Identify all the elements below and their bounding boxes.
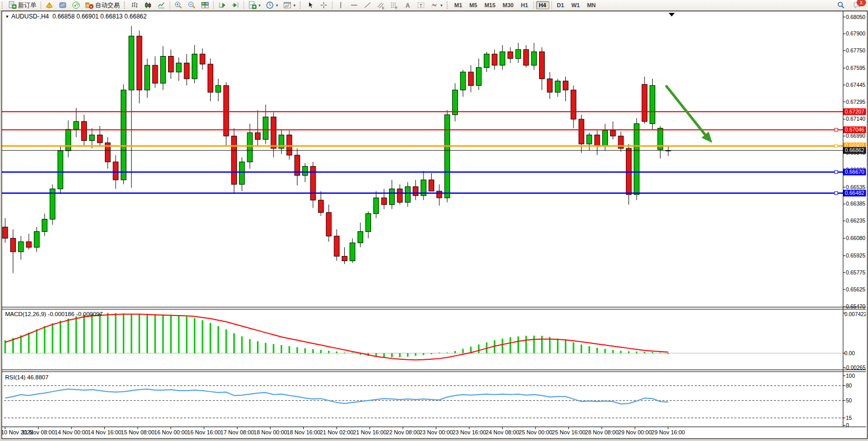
- line-chart-button[interactable]: [155, 0, 168, 10]
- zoom-out-button[interactable]: [186, 0, 198, 10]
- hline-handle[interactable]: [835, 171, 838, 174]
- vertical-line-button[interactable]: [335, 0, 347, 10]
- new-order-button[interactable]: 新订单: [6, 0, 39, 10]
- line-chart-icon: [157, 1, 165, 9]
- price-tick-label: 0.65625: [846, 286, 865, 292]
- templates-button[interactable]: ▾: [281, 0, 298, 10]
- equidistant-channel-button[interactable]: E: [375, 0, 387, 10]
- time-tick-label: 11 Nov 08:00: [22, 429, 55, 435]
- candle-body: [429, 180, 434, 191]
- fibo-icon: F: [390, 1, 398, 9]
- fibonacci-button[interactable]: F: [388, 0, 400, 10]
- signals-button[interactable]: [70, 0, 82, 10]
- cursor-button[interactable]: [304, 0, 317, 10]
- timeframe-h4-button[interactable]: H4: [536, 1, 549, 9]
- metaeditor-icon: [45, 1, 53, 9]
- timeframe-m1-button[interactable]: M1: [451, 1, 465, 9]
- time-tick-label: 14 Nov 00:00: [54, 429, 88, 435]
- price-badge-label: 0.67046: [845, 126, 864, 133]
- hline-handle[interactable]: [835, 192, 838, 195]
- candle-body: [595, 135, 600, 146]
- horizontal-line-button[interactable]: [348, 0, 360, 10]
- candle-body: [397, 189, 402, 202]
- toolbar-separator: [332, 1, 333, 9]
- candle-body: [58, 151, 63, 189]
- macd-tick-label: 0.00: [844, 350, 855, 356]
- mt4-window: 新订单自动交易▾▾▾EFAT▾M1M5M15M30H1H4D1W1MN1 0.6…: [0, 0, 868, 441]
- vline-icon: [337, 1, 345, 9]
- market-watch-button[interactable]: [57, 0, 69, 10]
- candle-chart-button[interactable]: [142, 0, 154, 10]
- candle-body: [587, 135, 592, 144]
- toolbar-grip[interactable]: [124, 2, 126, 9]
- text-label-button[interactable]: T: [415, 0, 427, 10]
- timeframe-mn-button[interactable]: MN: [584, 1, 599, 9]
- toolbar-separator: [213, 1, 214, 9]
- trend-arrow-annotation[interactable]: [667, 86, 712, 143]
- timeframe-m15-button[interactable]: M15: [482, 1, 498, 9]
- toolbar-grip[interactable]: [2, 2, 4, 9]
- chevron-down-icon: ▾: [293, 3, 296, 8]
- bar-chart-button[interactable]: [128, 0, 141, 10]
- notification-badge: 1: [857, 0, 866, 6]
- candle-body: [113, 162, 118, 180]
- timeframe-d1-button[interactable]: D1: [554, 1, 567, 9]
- timeframe-h1-button[interactable]: H1: [518, 1, 531, 9]
- search-button[interactable]: [835, 0, 847, 10]
- candle-body: [571, 90, 576, 119]
- metaeditor-button[interactable]: [43, 0, 56, 10]
- candle-body: [184, 63, 189, 79]
- price-tick-label: 0.66535: [846, 184, 865, 190]
- time-tick-label: 23 Nov 00:00: [419, 429, 453, 435]
- text-button[interactable]: A: [401, 0, 414, 10]
- arrows-button[interactable]: ▾: [428, 0, 445, 10]
- chart-window: 0.680500.679000.677500.675950.674450.672…: [2, 11, 867, 439]
- bar-chart-icon: [131, 1, 139, 9]
- toolbar-grip[interactable]: [300, 2, 302, 9]
- candle-body: [144, 65, 150, 90]
- price-chart[interactable]: 0.680500.679000.677500.675950.674450.672…: [2, 11, 866, 437]
- zoom-in-button[interactable]: [172, 0, 184, 10]
- price-tick-label: 0.66385: [846, 200, 865, 207]
- candle-body: [303, 167, 308, 175]
- price-tick-label: 0.68050: [846, 14, 865, 20]
- candle-body: [358, 232, 363, 243]
- shapes-icon: [430, 1, 438, 9]
- rsi-tick-label: 100: [846, 373, 855, 379]
- candle-body: [453, 90, 458, 115]
- candle-body: [413, 187, 418, 195]
- candle-body: [563, 81, 568, 90]
- hline-handle[interactable]: [835, 144, 838, 148]
- chart-shift-button[interactable]: [229, 0, 242, 10]
- timeframe-m30-button[interactable]: M30: [500, 1, 516, 9]
- timeframe-m5-button[interactable]: M5: [466, 1, 480, 9]
- candle-body: [468, 72, 473, 85]
- periods-button[interactable]: ▾: [264, 0, 280, 10]
- rsi-tick-label: 50: [846, 397, 852, 403]
- candle-body: [515, 49, 521, 58]
- candle-body: [381, 198, 386, 205]
- candle-body: [374, 198, 379, 214]
- toolbar-separator: [41, 1, 41, 9]
- chart-shift-marker[interactable]: [669, 13, 675, 16]
- tile-windows-button[interactable]: [199, 0, 211, 10]
- indicators-button[interactable]: ▾: [246, 0, 263, 10]
- price-tick-label: 0.65470: [846, 303, 865, 309]
- crosshair-button[interactable]: [318, 0, 330, 10]
- candle-body: [326, 212, 331, 236]
- candle-body: [539, 52, 544, 79]
- signals-icon: [72, 1, 80, 9]
- candle-body: [129, 36, 134, 90]
- autotrading-button[interactable]: 自动交易: [83, 0, 122, 10]
- notifications-button[interactable]: 1: [851, 0, 863, 10]
- candle-body: [19, 242, 24, 252]
- trendline-button[interactable]: [361, 0, 374, 10]
- candle-body: [318, 200, 323, 212]
- periods-icon: [266, 1, 274, 9]
- time-axis[interactable]: 10 Nov 202211 Nov 08:0014 Nov 00:0014 No…: [2, 427, 685, 435]
- label-icon: T: [417, 1, 425, 9]
- timeframe-w1-button[interactable]: W1: [568, 1, 583, 9]
- toolbar-grip[interactable]: [447, 2, 449, 9]
- hline-handle[interactable]: [835, 128, 838, 131]
- auto-scroll-button[interactable]: [216, 0, 228, 10]
